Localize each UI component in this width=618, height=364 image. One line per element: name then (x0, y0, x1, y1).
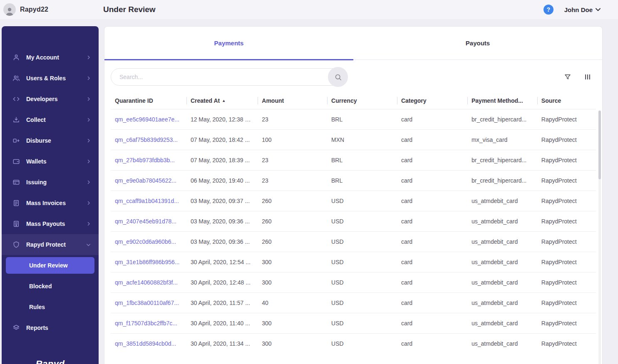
scrollbar-thumb[interactable] (598, 111, 601, 179)
mass-invoices-icon (12, 199, 20, 207)
amount-cell: 23 (258, 150, 327, 171)
payment-method-cell: mx_visa_card (467, 130, 537, 150)
sidebar-item-mass-invoices[interactable]: Mass Invoices (2, 193, 99, 213)
payment-method-cell: us_atmdebit_card (467, 293, 537, 313)
quarantine-id-link[interactable]: qm_31e1b86ff986b956... (115, 259, 179, 265)
user-menu[interactable]: John Doe (564, 6, 601, 13)
quarantine-id-link[interactable]: qm_c6af75b839d9253... (115, 136, 178, 143)
quarantine-id-link[interactable]: qm_ccaff9a1b041391d... (115, 198, 179, 204)
main-card: Payments Payouts Quarantine ID (104, 26, 603, 364)
created-at-cell: 07 May, 2020, 18:42 ... (186, 130, 258, 150)
user-name: John Doe (564, 6, 593, 13)
search-input[interactable] (111, 68, 347, 86)
table-row: qm_2407e45eb91d78... 03 May, 2020, 09:36… (111, 211, 596, 232)
category-cell: card (397, 109, 467, 130)
table-row: qm_3851dd5894cb0d... 30 April, 2020, 11:… (111, 334, 596, 354)
sidebar-item-disburse[interactable]: Disburse (2, 130, 99, 151)
amount-cell: 300 (258, 252, 327, 272)
payment-method-cell: us_atmdebit_card (467, 252, 537, 272)
search-button[interactable] (328, 67, 348, 87)
source-cell: RapydProtect (537, 211, 596, 232)
source-cell: RapydProtect (537, 293, 596, 313)
sidebar-item-label: Users & Roles (26, 75, 66, 82)
payments-table: Quarantine ID Created At▲ Amount Currenc… (104, 93, 602, 354)
col-category[interactable]: Category (397, 93, 467, 109)
sidebar-item-my-account[interactable]: My Account (2, 47, 99, 68)
tab-payouts[interactable]: Payouts (353, 27, 602, 59)
currency-cell: USD (327, 293, 397, 313)
currency-cell: BRL (327, 109, 397, 130)
chevron-right-icon (86, 138, 91, 143)
quarantine-id-link[interactable]: qm_ee5c969401aee7e... (115, 116, 179, 123)
created-at-cell: 30 April, 2020, 12:54 ... (186, 252, 258, 272)
filter-icon[interactable] (564, 73, 571, 81)
quarantine-id-link[interactable]: qm_e9e0ab78045622... (115, 177, 176, 184)
top-bar: Rapyd22 Under Review ? John Doe (0, 0, 618, 19)
created-at-cell: 12 May, 2020, 12:38 U... (186, 109, 258, 130)
reports-icon (12, 324, 20, 332)
currency-cell: BRL (327, 150, 397, 171)
quarantine-id-link[interactable]: qm_3851dd5894cb0d... (115, 340, 176, 347)
col-source[interactable]: Source (537, 93, 596, 109)
chevron-right-icon (86, 221, 91, 226)
sidebar-item-wallets[interactable]: Wallets (2, 151, 99, 172)
sidebar-subitem-rules[interactable]: Rules (2, 297, 99, 317)
sidebar-item-reports[interactable]: Reports (2, 317, 99, 338)
search-box (111, 68, 347, 86)
col-currency[interactable]: Currency (327, 93, 397, 109)
columns-icon[interactable] (584, 73, 591, 81)
sidebar-item-developers[interactable]: Developers (2, 89, 99, 109)
sidebar-item-label: My Account (26, 54, 59, 61)
table-row: qm_31e1b86ff986b956... 30 April, 2020, 1… (111, 252, 596, 272)
table-row: qm_ccaff9a1b041391d... 03 May, 2020, 09:… (111, 191, 596, 211)
category-cell: card (397, 334, 467, 354)
help-button[interactable]: ? (544, 5, 553, 15)
currency-cell: USD (327, 334, 397, 354)
sidebar-item-label: Rapyd Protect (26, 241, 66, 248)
table-row: qm_1fbc38a00110af67... 30 April, 2020, 1… (111, 293, 596, 313)
sidebar-item-rapyd-protect[interactable]: Rapyd Protect (2, 234, 99, 255)
search-icon (334, 73, 342, 81)
table-row: qm_c6af75b839d9253... 07 May, 2020, 18:4… (111, 130, 596, 150)
payment-method-cell: br_credit_hipercard... (467, 171, 537, 191)
amount-cell: 260 (258, 232, 327, 252)
category-cell: card (397, 171, 467, 191)
sidebar-item-collect[interactable]: Collect (2, 109, 99, 130)
col-payment-method[interactable]: Payment Method... (467, 93, 537, 109)
brand-avatar (3, 3, 16, 16)
quarantine-id-link[interactable]: qm_2407e45eb91d78... (115, 218, 176, 225)
category-cell: card (397, 252, 467, 272)
created-at-cell: 30 April, 2020, 12:48 ... (186, 272, 258, 293)
currency-cell: USD (327, 272, 397, 293)
col-created-at[interactable]: Created At▲ (186, 93, 258, 109)
table-header-row: Quarantine ID Created At▲ Amount Currenc… (111, 93, 596, 109)
col-amount[interactable]: Amount (258, 93, 327, 109)
quarantine-id-link[interactable]: qm_acfe14060882bf3f... (115, 279, 178, 286)
collect-icon (12, 116, 20, 124)
chevron-down-icon (86, 242, 91, 248)
amount-cell: 300 (258, 334, 327, 354)
code-icon (12, 95, 20, 103)
sidebar-subitem-blocked[interactable]: Blocked (2, 276, 99, 297)
quarantine-id-link[interactable]: qm_1fbc38a00110af67... (115, 300, 179, 306)
sidebar-item-mass-payouts[interactable]: Mass Payouts (2, 213, 99, 234)
amount-cell: 40 (258, 293, 327, 313)
payment-method-cell: us_atmdebit_card (467, 211, 537, 232)
created-at-cell: 07 May, 2020, 18:39 ... (186, 150, 258, 171)
sidebar-subitem-under-review[interactable]: Under Review (6, 257, 94, 274)
wallet-icon (12, 158, 20, 165)
quarantine-id-link[interactable]: qm_f17507d3bc2ffb7c... (115, 320, 177, 327)
quarantine-id-link[interactable]: qm_e902c0d6a960b6... (115, 238, 176, 245)
quarantine-id-link[interactable]: qm_27b4b973fdbb3b... (115, 157, 175, 163)
category-cell: card (397, 211, 467, 232)
sidebar-item-users-roles[interactable]: Users & Roles (2, 68, 99, 89)
col-quarantine-id[interactable]: Quarantine ID (111, 93, 186, 109)
currency-cell: USD (327, 232, 397, 252)
category-cell: card (397, 191, 467, 211)
tab-payments[interactable]: Payments (104, 27, 353, 59)
amount-cell: 260 (258, 191, 327, 211)
sidebar-item-issuing[interactable]: Issuing (2, 172, 99, 193)
payment-method-cell: br_credit_hipercard... (467, 150, 537, 171)
shield-icon (12, 241, 20, 248)
currency-cell: MXN (327, 130, 397, 150)
